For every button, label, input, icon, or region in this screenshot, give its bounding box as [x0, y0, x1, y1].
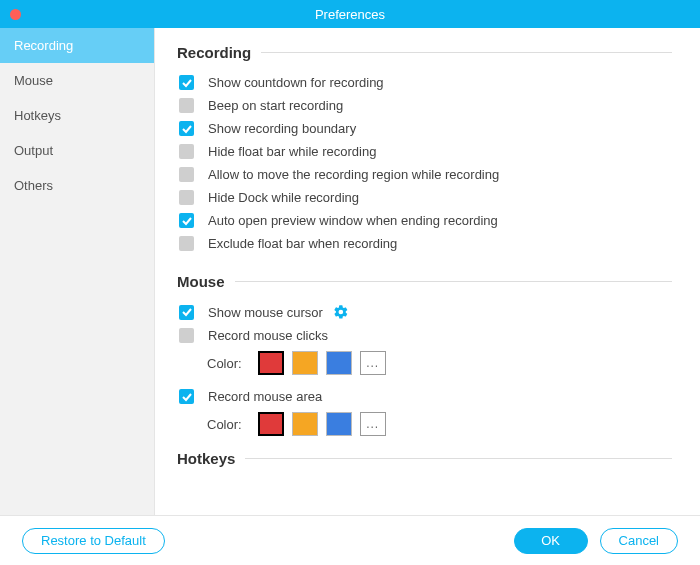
option-label: Hide float bar while recording: [208, 144, 376, 159]
option-label: Show recording boundary: [208, 121, 356, 136]
window-title: Preferences: [315, 7, 385, 22]
color-label: Color:: [207, 356, 242, 371]
option-show-mouse-cursor[interactable]: Show mouse cursor: [177, 304, 672, 320]
cancel-button[interactable]: Cancel: [600, 528, 678, 554]
color-label: Color:: [207, 417, 242, 432]
sidebar-item-mouse[interactable]: Mouse: [0, 63, 154, 98]
checkbox[interactable]: [179, 213, 194, 228]
section-divider: [261, 52, 672, 53]
titlebar: Preferences: [0, 0, 700, 28]
checkbox[interactable]: [179, 167, 194, 182]
main-area: Recording Mouse Hotkeys Output Others Re…: [0, 28, 700, 515]
option-exclude-float-bar[interactable]: Exclude float bar when recording: [177, 236, 672, 251]
restore-default-button[interactable]: Restore to Default: [22, 528, 165, 554]
checkbox[interactable]: [179, 328, 194, 343]
option-label: Record mouse clicks: [208, 328, 328, 343]
option-label: Allow to move the recording region while…: [208, 167, 499, 182]
section-header-mouse: Mouse: [177, 273, 672, 290]
checkbox[interactable]: [179, 98, 194, 113]
checkbox[interactable]: [179, 236, 194, 251]
option-label: Record mouse area: [208, 389, 322, 404]
color-swatch-red[interactable]: [258, 412, 284, 436]
section-title: Recording: [177, 44, 251, 61]
close-button[interactable]: [10, 9, 21, 20]
checkbox[interactable]: [179, 190, 194, 205]
color-swatch-blue[interactable]: [326, 351, 352, 375]
ok-button[interactable]: OK: [514, 528, 588, 554]
section-divider: [235, 281, 672, 282]
section-title: Hotkeys: [177, 450, 235, 467]
option-allow-move-region[interactable]: Allow to move the recording region while…: [177, 167, 672, 182]
option-beep-on-start[interactable]: Beep on start recording: [177, 98, 672, 113]
option-auto-open-preview[interactable]: Auto open preview window when ending rec…: [177, 213, 672, 228]
color-row-area: Color: ...: [207, 412, 672, 436]
sidebar-item-output[interactable]: Output: [0, 133, 154, 168]
sidebar-item-recording[interactable]: Recording: [0, 28, 154, 63]
checkbox[interactable]: [179, 75, 194, 90]
checkbox[interactable]: [179, 144, 194, 159]
option-label: Auto open preview window when ending rec…: [208, 213, 498, 228]
option-label: Hide Dock while recording: [208, 190, 359, 205]
color-swatch-orange[interactable]: [292, 412, 318, 436]
section-title: Mouse: [177, 273, 225, 290]
option-label: Show countdown for recording: [208, 75, 384, 90]
section-divider: [245, 458, 672, 459]
color-swatch-red[interactable]: [258, 351, 284, 375]
checkbox[interactable]: [179, 389, 194, 404]
option-label: Beep on start recording: [208, 98, 343, 113]
option-record-mouse-area[interactable]: Record mouse area: [177, 389, 672, 404]
color-row-clicks: Color: ...: [207, 351, 672, 375]
option-show-countdown[interactable]: Show countdown for recording: [177, 75, 672, 90]
option-hide-dock[interactable]: Hide Dock while recording: [177, 190, 672, 205]
sidebar-item-hotkeys[interactable]: Hotkeys: [0, 98, 154, 133]
sidebar: Recording Mouse Hotkeys Output Others: [0, 28, 155, 515]
footer: Restore to Default OK Cancel: [0, 515, 700, 565]
sidebar-item-others[interactable]: Others: [0, 168, 154, 203]
section-header-recording: Recording: [177, 44, 672, 61]
option-label: Exclude float bar when recording: [208, 236, 397, 251]
checkbox[interactable]: [179, 121, 194, 136]
checkbox[interactable]: [179, 305, 194, 320]
color-swatch-more[interactable]: ...: [360, 412, 386, 436]
gear-icon[interactable]: [333, 304, 349, 320]
section-header-hotkeys: Hotkeys: [177, 450, 672, 467]
option-record-mouse-clicks[interactable]: Record mouse clicks: [177, 328, 672, 343]
option-show-boundary[interactable]: Show recording boundary: [177, 121, 672, 136]
option-hide-float-bar[interactable]: Hide float bar while recording: [177, 144, 672, 159]
color-swatch-orange[interactable]: [292, 351, 318, 375]
color-swatch-more[interactable]: ...: [360, 351, 386, 375]
option-label: Show mouse cursor: [208, 305, 323, 320]
content-panel: Recording Show countdown for recording B…: [155, 28, 700, 515]
color-swatch-blue[interactable]: [326, 412, 352, 436]
